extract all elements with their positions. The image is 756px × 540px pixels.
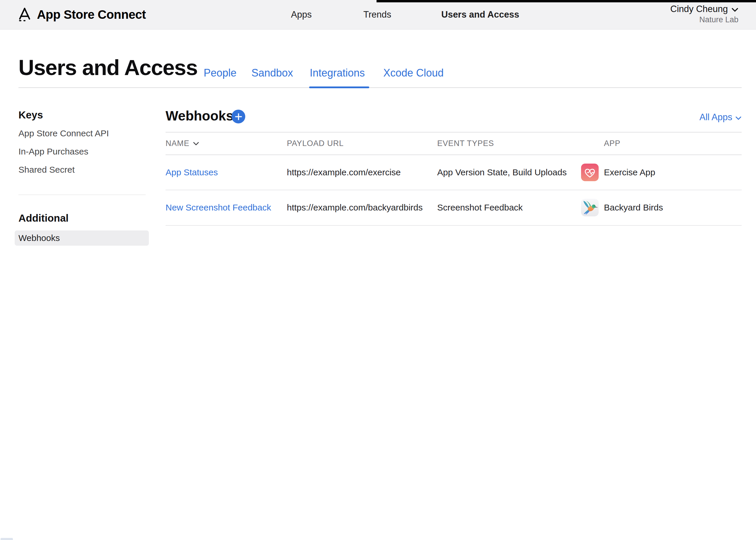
webhook-name-link[interactable]: New Screenshot Feedback bbox=[165, 190, 271, 225]
app-name-label: Exercise App bbox=[604, 155, 655, 190]
payload-url-value: https://example.com/exercise bbox=[287, 155, 401, 190]
nav-item-apps[interactable]: Apps bbox=[291, 0, 312, 29]
tab-integrations[interactable]: Integrations bbox=[310, 67, 365, 79]
app-store-connect-logo[interactable]: App Store Connect bbox=[17, 0, 146, 29]
app-store-connect-window: App Store Connect Apps Trends Users and … bbox=[0, 0, 756, 540]
tab-people[interactable]: People bbox=[204, 67, 237, 79]
all-apps-filter-label: All Apps bbox=[700, 112, 732, 123]
page-title: Users and Access bbox=[19, 55, 197, 80]
backyard-birds-app-icon bbox=[581, 190, 598, 225]
header-divider bbox=[19, 87, 742, 88]
app-name-label: Backyard Birds bbox=[604, 190, 663, 225]
account-menu[interactable]: Cindy Cheung Nature Lab bbox=[671, 4, 738, 24]
table-header-row: NAME PAYLOAD URL EVENT TYPES APP bbox=[165, 132, 742, 155]
sidebar-item-shared-secret[interactable]: Shared Secret bbox=[19, 165, 75, 175]
table-row: App Statuses https://example.com/exercis… bbox=[165, 155, 742, 190]
sidebar-divider bbox=[19, 195, 146, 195]
account-team-name: Nature Lab bbox=[671, 15, 738, 24]
active-tab-underline bbox=[309, 86, 369, 88]
app-store-connect-glyph-icon bbox=[17, 6, 32, 23]
event-types-value: App Version State, Build Uploads bbox=[437, 155, 567, 190]
table-row: New Screenshot Feedback https://example.… bbox=[165, 190, 742, 226]
event-types-value: Screenshot Feedback bbox=[437, 190, 523, 225]
sidebar-heading-additional: Additional bbox=[19, 212, 68, 224]
nav-item-trends[interactable]: Trends bbox=[363, 0, 391, 29]
column-header-event-types: EVENT TYPES bbox=[437, 133, 494, 155]
column-header-name[interactable]: NAME bbox=[165, 133, 199, 155]
tab-sandbox[interactable]: Sandbox bbox=[252, 67, 293, 79]
nav-item-users-and-access[interactable]: Users and Access bbox=[441, 0, 519, 29]
webhooks-heading: Webhooks bbox=[165, 108, 234, 124]
all-apps-filter-dropdown[interactable]: All Apps bbox=[700, 112, 742, 123]
tab-xcode-cloud[interactable]: Xcode Cloud bbox=[383, 67, 444, 79]
sidebar-item-webhooks[interactable]: Webhooks bbox=[15, 230, 149, 246]
plus-icon bbox=[235, 113, 242, 120]
bottom-left-cutoff-element bbox=[1, 538, 13, 540]
top-edge-line bbox=[377, 0, 756, 2]
chevron-down-icon bbox=[735, 112, 742, 123]
column-header-payload-url: PAYLOAD URL bbox=[287, 133, 344, 155]
sidebar-heading-keys: Keys bbox=[19, 109, 43, 121]
add-webhook-button[interactable] bbox=[232, 110, 245, 123]
account-name: Cindy Cheung bbox=[671, 4, 728, 14]
top-navigation-bar: App Store Connect Apps Trends Users and … bbox=[0, 0, 756, 30]
exercise-app-icon bbox=[581, 155, 598, 190]
payload-url-value: https://example.com/backyardbirds bbox=[287, 190, 423, 225]
column-header-app: APP bbox=[604, 133, 620, 155]
brand-title: App Store Connect bbox=[37, 8, 146, 22]
chevron-down-icon bbox=[731, 4, 738, 14]
sidebar-item-webhooks-label: Webhooks bbox=[19, 233, 60, 243]
sidebar-item-in-app-purchases[interactable]: In-App Purchases bbox=[19, 147, 88, 157]
webhook-name-link[interactable]: App Statuses bbox=[165, 155, 218, 190]
sidebar-item-app-store-connect-api[interactable]: App Store Connect API bbox=[19, 128, 109, 138]
sort-chevron-down-icon bbox=[193, 142, 199, 146]
